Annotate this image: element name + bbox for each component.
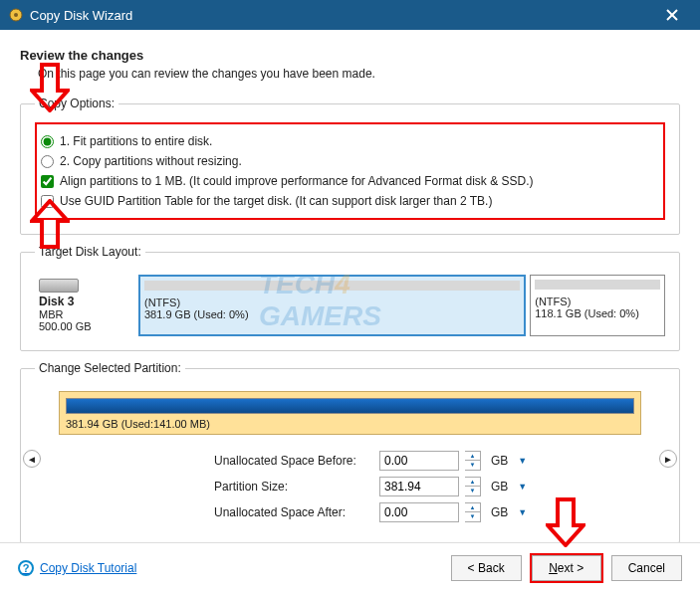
page-desc: On this page you can review the changes … bbox=[38, 67, 680, 81]
check-align-1mb[interactable] bbox=[41, 175, 54, 188]
radio-no-resize-label: 2. Copy partitions without resizing. bbox=[60, 154, 242, 168]
radio-fit-entire[interactable] bbox=[41, 135, 54, 148]
unit-dropdown-icon[interactable]: ▼ bbox=[518, 507, 527, 517]
help-icon: ? bbox=[18, 560, 34, 576]
check-guid-label: Use GUID Partition Table for the target … bbox=[60, 194, 492, 208]
space-after-input[interactable] bbox=[379, 502, 459, 522]
help-link[interactable]: ? Copy Disk Tutorial bbox=[18, 560, 136, 576]
window-title: Copy Disk Wizard bbox=[30, 8, 652, 23]
nav-next-button[interactable]: ► bbox=[659, 450, 677, 468]
help-link-label: Copy Disk Tutorial bbox=[40, 561, 136, 575]
unit-label: GB bbox=[491, 480, 508, 494]
partition-size-input[interactable] bbox=[379, 477, 459, 496]
space-after-label: Unallocated Space After: bbox=[214, 505, 373, 519]
back-button[interactable]: < Back bbox=[451, 555, 522, 581]
titlebar: Copy Disk Wizard bbox=[0, 0, 700, 30]
footer: ? Copy Disk Tutorial < Back Next > Cance… bbox=[0, 542, 700, 593]
disk-name: Disk 3 bbox=[39, 295, 130, 308]
disk-icon bbox=[39, 279, 79, 293]
target-layout-group: Target Disk Layout: Disk 3 MBR 500.00 GB… bbox=[20, 245, 680, 351]
space-before-label: Unallocated Space Before: bbox=[214, 454, 373, 468]
annotation-arrow-down-icon bbox=[546, 497, 585, 547]
partition-slider-info: 381.94 GB (Used:141.00 MB) bbox=[66, 418, 634, 430]
annotation-arrow-up-icon bbox=[30, 199, 70, 249]
partition-1[interactable]: (NTFS) 381.9 GB (Used: 0%) bbox=[138, 275, 526, 336]
partition-2[interactable]: (NTFS) 118.1 GB (Used: 0%) bbox=[530, 275, 665, 336]
check-align-1mb-label: Align partitions to 1 MB. (It could impr… bbox=[60, 174, 534, 188]
nav-prev-button[interactable]: ◄ bbox=[23, 450, 41, 468]
change-partition-legend: Change Selected Partition: bbox=[35, 361, 185, 375]
unit-dropdown-icon[interactable]: ▼ bbox=[518, 482, 527, 492]
unit-dropdown-icon[interactable]: ▼ bbox=[518, 456, 527, 466]
disk-info: Disk 3 MBR 500.00 GB bbox=[35, 275, 134, 336]
copy-options-group: Copy Options: 1. Fit partitions to entir… bbox=[20, 97, 680, 235]
partition-2-fs: (NTFS) bbox=[535, 296, 660, 307]
partition-slider[interactable]: 381.94 GB (Used:141.00 MB) bbox=[59, 391, 641, 435]
unit-label: GB bbox=[491, 454, 508, 468]
disk-type: MBR bbox=[39, 308, 130, 320]
cancel-button[interactable]: Cancel bbox=[611, 555, 682, 581]
partition-2-info: 118.1 GB (Used: 0%) bbox=[535, 307, 660, 319]
app-icon bbox=[8, 7, 24, 23]
disk-size: 500.00 GB bbox=[39, 320, 130, 332]
annotation-arrow-down-icon bbox=[30, 63, 70, 112]
svg-point-1 bbox=[14, 13, 18, 17]
partition-size-spinner[interactable]: ▲▼ bbox=[465, 477, 481, 496]
space-after-spinner[interactable]: ▲▼ bbox=[465, 502, 481, 522]
space-before-input[interactable] bbox=[379, 451, 459, 471]
highlighted-options: 1. Fit partitions to entire disk. 2. Cop… bbox=[35, 122, 665, 220]
radio-no-resize[interactable] bbox=[41, 155, 54, 168]
unit-label: GB bbox=[491, 505, 508, 519]
partition-1-fs: (NTFS) bbox=[144, 296, 520, 308]
space-before-spinner[interactable]: ▲▼ bbox=[465, 451, 481, 471]
highlighted-next: Next > bbox=[530, 553, 603, 583]
radio-fit-entire-label: 1. Fit partitions to entire disk. bbox=[60, 134, 212, 148]
next-button[interactable]: Next > bbox=[532, 555, 601, 581]
partition-1-info: 381.9 GB (Used: 0%) bbox=[144, 308, 520, 320]
close-button[interactable] bbox=[652, 0, 692, 30]
page-title: Review the changes bbox=[20, 48, 680, 63]
partition-size-label: Partition Size: bbox=[214, 480, 373, 494]
